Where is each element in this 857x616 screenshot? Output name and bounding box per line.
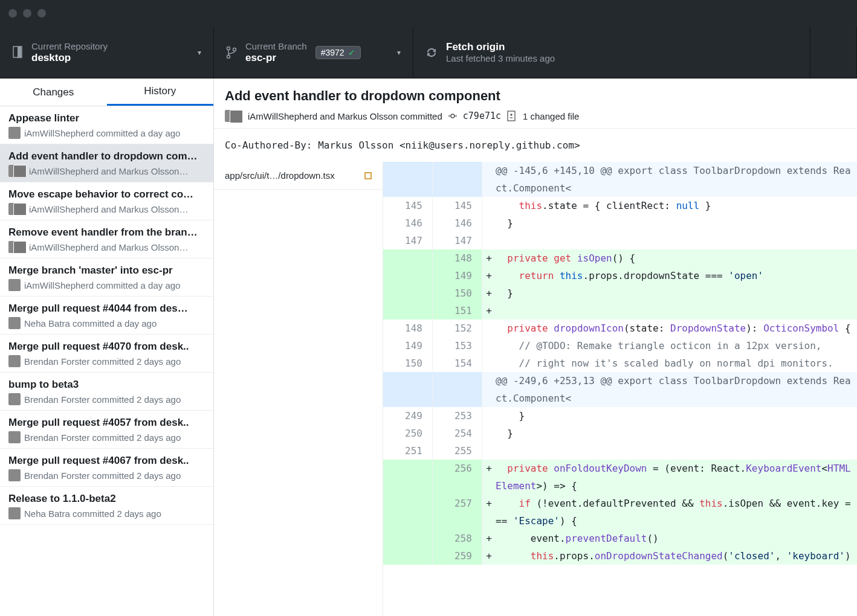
commit-detail: Add event handler to dropdown component … — [214, 79, 857, 616]
commit-avatar — [8, 279, 21, 291]
commit-meta: iAmWillShepherd committed a day ago — [24, 128, 180, 138]
line-new — [433, 162, 482, 197]
diff-sign: + — [482, 302, 496, 319]
file-path: app/src/ui/t…/dropdown.tsx — [225, 170, 335, 181]
fetch-sub: Last fetched 3 minutes ago — [446, 53, 555, 63]
commit-avatar — [8, 507, 21, 519]
commit-avatar — [8, 355, 21, 367]
diff-code: // @TODO: Remake triangle octicon in a 1… — [496, 337, 857, 355]
repo-switcher[interactable]: Current Repository desktop ▾ — [0, 27, 214, 78]
commit-item[interactable]: Move escape behavior to correct co… iAmW… — [0, 182, 213, 220]
author-avatars — [225, 110, 242, 122]
line-new: 258 — [433, 530, 482, 547]
diff-sign: + — [482, 547, 496, 565]
line-old: 148 — [383, 319, 433, 337]
traffic-light-max[interactable] — [37, 9, 46, 18]
detail-description: Co-Authored-By: Markus Olsson <niik@user… — [214, 129, 857, 162]
commit-meta: Neha Batra committed a day ago — [24, 318, 157, 329]
commit-item[interactable]: Release to 1.1.0-beta2 Neha Batra commit… — [0, 487, 213, 525]
line-old: 147 — [383, 232, 433, 249]
line-new: 153 — [433, 337, 482, 355]
diff-code: } — [496, 425, 857, 442]
line-new: 256 — [433, 460, 482, 495]
diff-code: private get isOpen() { — [496, 249, 857, 267]
diff-row: 149+ return this.props.dropdownState ===… — [383, 267, 857, 284]
tab-history[interactable]: History — [107, 79, 214, 106]
diff-code: } — [496, 407, 857, 425]
traffic-light-close[interactable] — [8, 9, 17, 18]
toolbar-spacer — [810, 27, 857, 78]
diff-view[interactable]: @@ -145,6 +145,10 @@ export class Toolba… — [383, 162, 857, 616]
line-old — [383, 302, 433, 319]
commit-meta: iAmWillShepherd committed a day ago — [24, 280, 180, 290]
svg-point-4 — [451, 114, 454, 118]
line-new: 146 — [433, 214, 482, 232]
commit-item[interactable]: Remove event handler from the bran… iAmW… — [0, 220, 213, 258]
commit-meta: iAmWillShepherd and Markus Olsson… — [29, 166, 188, 176]
commit-title: Appease linter — [8, 112, 205, 124]
commit-title: Merge branch 'master' into esc-pr — [8, 265, 205, 277]
diff-row: 150+ } — [383, 284, 857, 302]
line-new: 147 — [433, 232, 482, 249]
file-item[interactable]: app/src/ui/t…/dropdown.tsx — [214, 162, 383, 190]
commit-item[interactable]: Merge branch 'master' into esc-pr iAmWil… — [0, 258, 213, 297]
diff-code: // right now it's scaled badly on normal… — [496, 355, 857, 372]
line-new: 255 — [433, 442, 482, 460]
detail-authors: iAmWillShepherd and Markus Olsson commit… — [248, 111, 442, 121]
branch-switcher[interactable]: Current Branch esc-pr #3972 ✓ ▾ — [214, 27, 413, 78]
svg-point-3 — [233, 48, 236, 51]
diff-row: 145145 this.state = { clientRect: null } — [383, 197, 857, 214]
diff-sign: + — [482, 460, 496, 495]
line-old: 146 — [383, 214, 433, 232]
line-old — [383, 267, 433, 284]
diff-code: return this.props.dropdownState === 'ope… — [496, 267, 857, 284]
diff-row: 249253 } — [383, 407, 857, 425]
commit-meta: Brendan Forster committed 2 days ago — [24, 432, 181, 443]
diff-row: 147147 — [383, 232, 857, 249]
svg-point-2 — [227, 55, 230, 58]
diff-sign — [482, 337, 496, 355]
commit-meta: Neha Batra committed 2 days ago — [24, 509, 161, 519]
line-new: 253 — [433, 407, 482, 425]
pr-badge[interactable]: #3972 ✓ — [315, 46, 361, 59]
branch-label: Current Branch — [245, 41, 307, 52]
commit-title: Merge pull request #4070 from desk.. — [8, 341, 205, 353]
commit-avatar — [8, 127, 21, 139]
tab-changes[interactable]: Changes — [0, 79, 107, 106]
diff-code: if (!event.defaultPrevented && this.isOp… — [496, 495, 857, 530]
commit-item[interactable]: Merge pull request #4067 from desk.. Bre… — [0, 449, 213, 487]
commit-item[interactable]: Add event handler to dropdown com… iAmWi… — [0, 144, 213, 182]
diff-sign — [482, 232, 496, 249]
line-new: 151 — [433, 302, 482, 319]
line-old: 150 — [383, 355, 433, 372]
commit-item[interactable]: Merge pull request #4057 from desk.. Bre… — [0, 411, 213, 449]
detail-files: 1 changed file — [523, 111, 579, 121]
diff-code: @@ -249,6 +253,13 @@ export class Toolba… — [496, 372, 857, 407]
diff-sign — [482, 197, 496, 214]
commit-item[interactable]: Merge pull request #4044 from des… Neha … — [0, 297, 213, 335]
diff-code — [496, 442, 857, 460]
commit-item[interactable]: Appease linter iAmWillShepherd committed… — [0, 106, 213, 144]
diff-row: @@ -249,6 +253,13 @@ export class Toolba… — [383, 372, 857, 407]
diff-sign — [482, 162, 496, 197]
traffic-light-min[interactable] — [23, 9, 31, 18]
line-old: 249 — [383, 407, 433, 425]
commit-meta: iAmWillShepherd and Markus Olsson… — [29, 242, 188, 252]
line-new: 152 — [433, 319, 482, 337]
diff-row: 151+ — [383, 302, 857, 319]
commit-item[interactable]: Merge pull request #4070 from desk.. Bre… — [0, 335, 213, 373]
commit-title: bump to beta3 — [8, 379, 205, 391]
commit-title: Merge pull request #4057 from desk.. — [8, 417, 205, 429]
diff-sign: + — [482, 530, 496, 547]
fetch-button[interactable]: Fetch origin Last fetched 3 minutes ago — [413, 27, 810, 78]
repo-icon — [12, 46, 23, 59]
commit-list[interactable]: Appease linter iAmWillShepherd committed… — [0, 106, 213, 616]
diff-sign: + — [482, 267, 496, 284]
line-new: 149 — [433, 267, 482, 284]
commit-item[interactable]: bump to beta3 Brendan Forster committed … — [0, 373, 213, 411]
commit-avatar — [8, 203, 25, 215]
line-old — [383, 372, 433, 407]
branch-value: esc-pr — [245, 52, 307, 64]
line-old — [383, 162, 433, 197]
commit-avatar — [8, 393, 21, 405]
